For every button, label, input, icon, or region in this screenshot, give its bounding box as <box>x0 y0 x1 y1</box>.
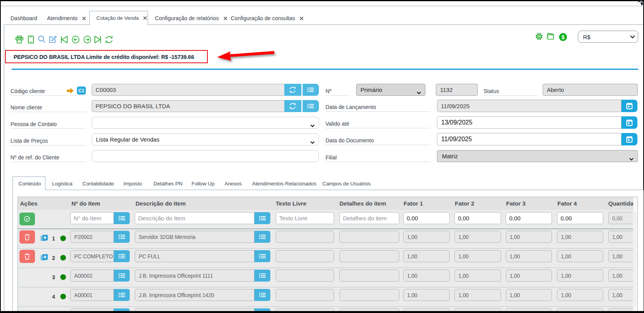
svg-text:$: $ <box>561 34 564 40</box>
